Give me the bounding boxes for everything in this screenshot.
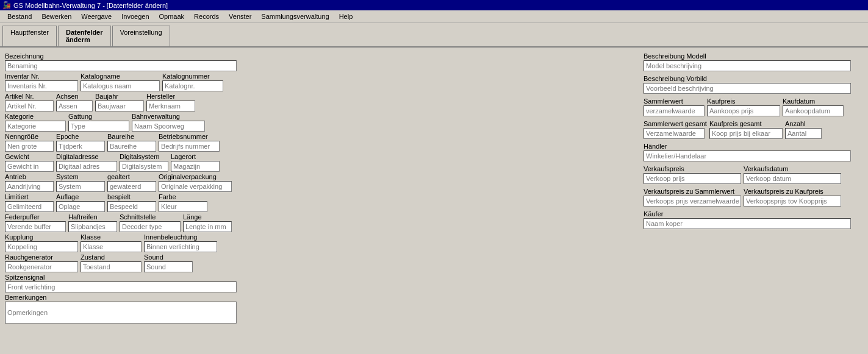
schnittstelle-input[interactable] <box>120 221 181 232</box>
kupplung-input[interactable] <box>5 241 78 252</box>
hersteller-input[interactable] <box>146 101 195 112</box>
kaufer-input[interactable] <box>644 218 851 229</box>
zustand-input[interactable] <box>81 261 142 272</box>
epoche-input[interactable] <box>56 141 105 152</box>
verkaufsdatum-input[interactable] <box>744 173 841 184</box>
kaufpreis-gesamt-label: Kaufpreis gesamt <box>709 120 783 127</box>
inventar-input[interactable] <box>5 80 78 91</box>
spitzensignal-input[interactable] <box>5 281 237 292</box>
menu-venster[interactable]: Venster <box>224 12 256 21</box>
system-label: System <box>56 173 105 180</box>
tab-hauptfenster[interactable]: Hauptfenster <box>2 26 57 46</box>
row-kupplung: Kupplung Klasse Innenbeleuchtung <box>5 233 636 252</box>
achsen-input[interactable] <box>56 101 93 112</box>
verkaufspreis-zu-kaufpreis-input[interactable] <box>744 196 841 207</box>
katalognummer-label: Katalognummer <box>162 73 223 80</box>
menu-bestand[interactable]: Bestand <box>2 12 37 21</box>
gealtert-input[interactable] <box>107 181 156 192</box>
beschreibung-vorbild-group: Beschreibung Vorbild <box>644 75 863 94</box>
kategorie-input[interactable] <box>5 121 66 132</box>
rauchgenerator-label: Rauchgenerator <box>5 253 78 261</box>
beschreibung-modell-input[interactable] <box>644 60 851 71</box>
verkaufspreis-input[interactable] <box>644 173 741 184</box>
app-icon: 🚂 <box>2 1 11 9</box>
nenngrosse-input[interactable] <box>5 141 54 152</box>
verkaufspreis-label: Verkaufspreis <box>644 165 741 172</box>
menu-records[interactable]: Records <box>189 12 224 21</box>
lagerort-input[interactable] <box>171 161 220 172</box>
auflage-label: Auflage <box>56 193 105 200</box>
spitzensignal-label: Spitzensignal <box>5 274 636 281</box>
betriebsnummer-label: Betriebsnummer <box>159 133 220 140</box>
handler-label: Händler <box>644 143 863 150</box>
originalverpackung-input[interactable] <box>159 181 232 192</box>
rauchgenerator-input[interactable] <box>5 261 78 272</box>
main-content: Bezeichnung Inventar Nr. Katalogname Kat… <box>0 48 868 335</box>
sammlerwert-gesamt-input[interactable] <box>644 128 705 139</box>
sammlerwert-label: Sammlerwert <box>644 97 705 105</box>
lange-input[interactable] <box>183 221 232 232</box>
handler-input[interactable] <box>644 150 851 161</box>
baureihe-label: Baureihe <box>107 133 156 140</box>
verkaufspreis-zu-sammlerwert-label: Verkaufspreis zu Sammlerwert <box>644 188 741 195</box>
gewicht-input[interactable] <box>5 161 54 172</box>
menu-weergave[interactable]: Weergave <box>76 12 117 21</box>
tab-voreinstellung[interactable]: Voreinstellung <box>112 26 170 46</box>
menu-bar: Bestand Bewerken Weergave Invoegen Opmaa… <box>0 10 868 23</box>
menu-invoegen[interactable]: Invoegen <box>117 12 154 21</box>
kaufpreis-label: Kaufpreis <box>707 97 780 105</box>
federpuffer-input[interactable] <box>5 221 66 232</box>
artikel-input[interactable] <box>5 101 54 112</box>
klasse-label: Klasse <box>81 233 142 241</box>
auflage-input[interactable] <box>56 201 105 212</box>
inventar-label: Inventar Nr. <box>5 73 78 80</box>
digitaladresse-input[interactable] <box>56 161 117 172</box>
baujahr-input[interactable] <box>95 101 144 112</box>
limitiert-label: Limitiert <box>5 193 54 200</box>
verkaufspreis-zu-sammlerwert-input[interactable] <box>644 196 741 207</box>
kaufdatum-label: Kaufdatum <box>783 97 844 105</box>
klasse-input[interactable] <box>81 241 142 252</box>
tab-datenfelder[interactable]: Datenfelderänderm <box>58 26 111 46</box>
bespielt-input[interactable] <box>107 201 156 212</box>
antrieb-input[interactable] <box>5 181 54 192</box>
katalognummer-input[interactable] <box>162 80 223 91</box>
digitalsystem-label: Digitalsystem <box>120 153 168 160</box>
menu-bewerken[interactable]: Bewerken <box>37 12 76 21</box>
haftreifen-input[interactable] <box>68 221 117 232</box>
innenbeleuchtung-input[interactable] <box>144 241 217 252</box>
menu-help[interactable]: Help <box>334 12 358 21</box>
katalogname-label: Katalogname <box>81 73 160 80</box>
kaufpreis-gesamt-input[interactable] <box>709 128 783 139</box>
schnittstelle-label: Schnittstelle <box>120 213 181 221</box>
zustand-label: Zustand <box>81 253 142 261</box>
farbe-input[interactable] <box>159 201 207 212</box>
right-column: Beschreibung Modell Beschreibung Vorbild… <box>644 52 863 324</box>
digitalsystem-input[interactable] <box>120 161 168 172</box>
kaufdatum-input[interactable] <box>783 105 844 116</box>
anzahl-input[interactable] <box>785 128 822 139</box>
beschreibung-vorbild-input[interactable] <box>644 83 851 94</box>
beschreibung-modell-label: Beschreibung Modell <box>644 52 863 60</box>
row-sammlerwert-gesamt: Sammlerwert gesamt Kaufpreis gesamt Anza… <box>644 120 863 139</box>
sammlerwert-gesamt-label: Sammlerwert gesamt <box>644 120 707 127</box>
sammlerwert-input[interactable] <box>644 105 705 116</box>
bahnverwaltung-input[interactable] <box>132 121 205 132</box>
katalogname-input[interactable] <box>81 80 160 91</box>
row-federpuffer: Federpuffer Haftreifen Schnittstelle Län… <box>5 213 636 232</box>
row-artikel: Artikel Nr. Achsen Baujahr Hersteller <box>5 93 636 112</box>
betriebsnummer-input[interactable] <box>159 141 220 152</box>
menu-opmaak[interactable]: Opmaak <box>154 12 190 21</box>
gattung-input[interactable] <box>68 121 129 132</box>
limitiert-input[interactable] <box>5 201 54 212</box>
antrieb-label: Antrieb <box>5 173 54 180</box>
row-rauchgenerator: Rauchgenerator Zustand Sound <box>5 253 636 272</box>
baureihe-input[interactable] <box>107 141 156 152</box>
kaufpreis-input[interactable] <box>707 105 780 116</box>
system-input[interactable] <box>56 181 105 192</box>
bemerkungen-input[interactable] <box>5 302 237 324</box>
bezeichnung-input[interactable] <box>5 60 237 71</box>
sound-input[interactable] <box>144 261 193 272</box>
menu-sammlungsverwaltung[interactable]: Sammlungsverwaltung <box>256 12 334 21</box>
row-limitiert: Limitiert Auflage bespielt Farbe <box>5 193 636 212</box>
